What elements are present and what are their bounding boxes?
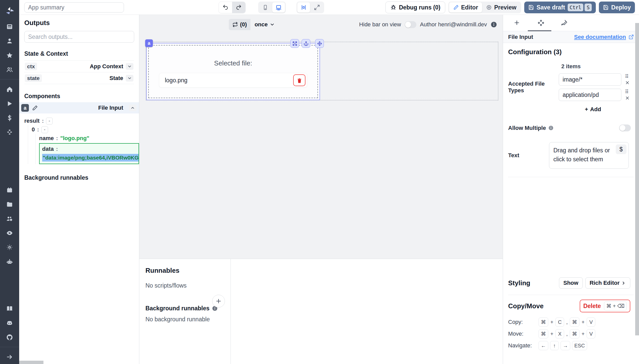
- rich-editor-button[interactable]: Rich Editor: [585, 277, 630, 289]
- chevron-up-icon[interactable]: [129, 105, 136, 111]
- play-icon[interactable]: [0, 96, 19, 111]
- gear-icon[interactable]: [0, 240, 19, 254]
- desktop-view-button[interactable]: [272, 2, 285, 13]
- anchor-handle[interactable]: [302, 39, 310, 48]
- component-settings-tab[interactable]: [531, 15, 551, 31]
- resources-icon[interactable]: [0, 125, 19, 139]
- delete-component-button[interactable]: Delete ⌘ + ⌫: [580, 300, 630, 312]
- vertical-scrollbar[interactable]: [635, 23, 639, 335]
- book-icon[interactable]: [0, 301, 19, 316]
- search-outputs-input[interactable]: [24, 31, 134, 43]
- text-value-input[interactable]: Drag and drop files or click to select t…: [549, 142, 629, 169]
- horizontal-scrollbar[interactable]: [19, 361, 43, 364]
- active-tab-underline: [528, 30, 551, 31]
- redo-button[interactable]: [232, 2, 245, 13]
- file-type-item: ⠿: [559, 89, 630, 101]
- center-layout-button[interactable]: [297, 2, 310, 13]
- key-chip: ←: [539, 341, 548, 350]
- styling-tab[interactable]: [554, 15, 575, 31]
- colon: :: [42, 118, 44, 124]
- topbar: ⋮ Debug runs (0) Editor Preview Save dra…: [19, 0, 639, 15]
- hide-bar-toggle[interactable]: [405, 21, 416, 28]
- chevron-down-icon[interactable]: [126, 75, 133, 82]
- allow-multiple-toggle[interactable]: [619, 124, 631, 131]
- runnables-panel: Runnables No scripts/flows Background ru…: [139, 259, 503, 364]
- info-icon[interactable]: [490, 21, 497, 28]
- windmill-logo[interactable]: [5, 3, 15, 19]
- insert-component-tab[interactable]: [507, 15, 527, 31]
- app-summary-input[interactable]: [24, 2, 124, 13]
- move-label: Move:: [508, 331, 537, 337]
- file-input-component[interactable]: a Selected file: logo.png: [146, 43, 320, 100]
- user-group-icon[interactable]: [0, 62, 19, 77]
- app-canvas[interactable]: (0) once Hide bar on view Author henri@w…: [139, 15, 503, 259]
- folder-icon[interactable]: [0, 197, 19, 211]
- add-background-runnable-button[interactable]: [212, 295, 225, 308]
- preview-tab[interactable]: Preview: [482, 2, 520, 13]
- component-id-badge: a: [21, 104, 29, 112]
- group-gear-icon[interactable]: [0, 211, 19, 226]
- interval-select[interactable]: once: [250, 19, 279, 30]
- expand-layout-button[interactable]: [311, 2, 323, 13]
- output-row-ctx[interactable]: ctx App Context: [24, 61, 134, 72]
- remove-item-button[interactable]: [625, 80, 630, 85]
- file-type-input-2[interactable]: [559, 89, 621, 101]
- name-row[interactable]: name : "logo.png": [39, 134, 134, 143]
- dollar-icon[interactable]: [0, 111, 19, 125]
- edit-pencil-icon[interactable]: [32, 105, 38, 111]
- collapse-toggle[interactable]: -: [41, 126, 48, 133]
- result-row[interactable]: result : -: [24, 117, 134, 125]
- collapse-toggle[interactable]: -: [46, 118, 53, 124]
- home-icon[interactable]: [0, 82, 19, 96]
- move-keys: ⌘+X,⌘+V: [539, 329, 595, 338]
- component-output-header[interactable]: a File Input: [19, 102, 139, 113]
- undo-button[interactable]: [219, 2, 232, 13]
- key-chip: ⌘: [570, 317, 579, 327]
- key-chip: ⌘: [539, 317, 548, 327]
- expand-rail-icon[interactable]: [0, 350, 19, 364]
- index-row[interactable]: 0 : -: [32, 125, 134, 134]
- move-handle[interactable]: [315, 39, 324, 48]
- data-row-selected[interactable]: data : "data:image/png;base64,iVBORw0KGg…: [39, 143, 139, 164]
- discord-icon[interactable]: [0, 316, 19, 330]
- key-separator: ,: [566, 331, 568, 337]
- star-icon[interactable]: [0, 48, 19, 62]
- drag-handle-icon[interactable]: ⠿: [625, 89, 630, 94]
- accepted-file-types-label: Accepted File Types: [508, 73, 559, 101]
- connect-expression-button[interactable]: $: [616, 144, 626, 154]
- user-icon[interactable]: [0, 34, 19, 48]
- no-scripts-label: No scripts/flows: [145, 282, 224, 289]
- see-documentation-label: See documentation: [574, 34, 626, 40]
- debug-runs-button[interactable]: Debug runs (0): [385, 2, 445, 13]
- editor-tab[interactable]: Editor: [449, 2, 482, 13]
- add-file-type-button[interactable]: + Add: [585, 106, 601, 113]
- components-title: Components: [24, 93, 134, 100]
- apps-icon[interactable]: [0, 19, 19, 34]
- refresh-icon: [232, 22, 238, 27]
- deploy-button[interactable]: Deploy: [599, 2, 635, 13]
- spacer: [508, 177, 634, 277]
- refresh-button[interactable]: (0): [229, 19, 250, 30]
- chevron-down-icon[interactable]: [126, 63, 133, 70]
- add-label: Add: [590, 106, 601, 113]
- output-row-state[interactable]: state State: [24, 72, 134, 84]
- remove-item-button[interactable]: [625, 96, 630, 100]
- expand-handle[interactable]: [290, 39, 299, 48]
- github-icon[interactable]: [0, 330, 19, 344]
- show-styling-button[interactable]: Show: [559, 277, 583, 289]
- editor-label: Editor: [461, 4, 478, 11]
- component-dashed-outline: [148, 45, 318, 98]
- drag-handle-icon[interactable]: ⠿: [625, 74, 630, 79]
- info-icon[interactable]: [548, 125, 554, 131]
- file-type-input-1[interactable]: [559, 73, 621, 86]
- save-draft-button[interactable]: Save draft CtrlS: [524, 2, 596, 13]
- eye-icon[interactable]: [0, 226, 19, 240]
- mobile-view-button[interactable]: [259, 2, 272, 13]
- copy-label: Copy:: [508, 319, 537, 325]
- see-documentation-link[interactable]: See documentation: [574, 34, 634, 40]
- calendar-icon[interactable]: [0, 183, 19, 197]
- chevron-down-icon: [270, 22, 275, 27]
- robot-icon[interactable]: [0, 254, 19, 269]
- runnables-list: Runnables No scripts/flows Background ru…: [139, 259, 231, 364]
- text-value: Drag and drop files or click to select t…: [553, 147, 610, 163]
